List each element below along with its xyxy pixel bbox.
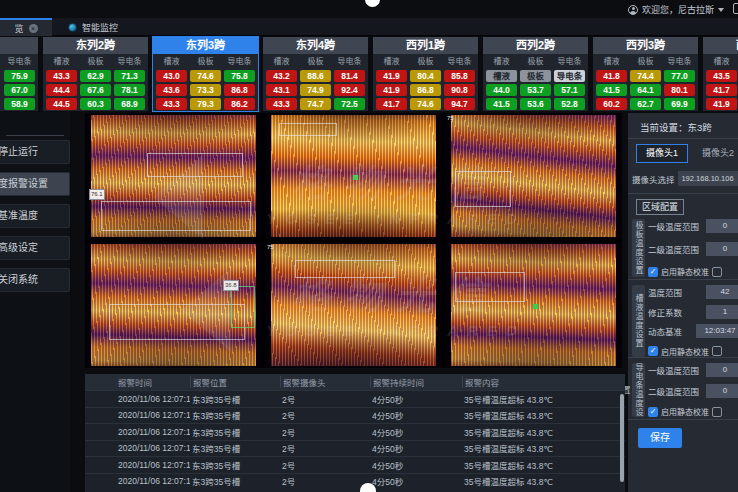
checkbox-checked[interactable]: ✓ (648, 407, 658, 417)
camera-4[interactable]: 36.8 (85, 242, 262, 368)
span-column-2[interactable]: 东列2跨槽液极板导电条43.362.971.344.467.678.144.56… (42, 36, 149, 112)
camera-2[interactable] (265, 113, 442, 239)
setting-input[interactable]: 12:03:47 (696, 324, 738, 338)
camera-6[interactable] (445, 242, 622, 368)
sub-header: 导电条 (334, 55, 365, 68)
span-column-6[interactable]: 西列2跨槽液极板导电条槽液极板导电条44.053.757.141.553.652… (482, 36, 589, 112)
temp-marker-chip: 76.1 (89, 189, 105, 200)
temp-cell: 74.4 (630, 70, 661, 82)
sidebar-item-2[interactable]: 温度报警设置 (0, 172, 70, 196)
temp-cell: 43.5 (706, 70, 737, 82)
span-column-header[interactable]: 东列2跨 (43, 37, 148, 54)
span-column-7[interactable]: 西列3跨槽液极板导电条41.874.477.041.564.180.160.26… (592, 36, 699, 112)
sidebar-item-4[interactable]: 高级设定 (0, 236, 70, 260)
span-column-4[interactable]: 东列4跨槽液极板导电条43.288.681.443.174.992.443.37… (262, 36, 369, 112)
temp-cell: 52.8 (554, 98, 585, 110)
camera-1[interactable]: 76.1 (85, 113, 262, 239)
tab-video-browse[interactable]: 览 × (0, 18, 52, 36)
camera-5[interactable]: 75 (265, 242, 442, 368)
table-row[interactable]: 2020/11/06 12:07:16东3跨35号槽2号4分50秒35号槽温度超… (85, 456, 625, 473)
span-column-8[interactable]: 西列4跨槽液43.541.741.9 (702, 36, 738, 112)
temp-marker-chip: 36.8 (223, 280, 239, 291)
region-config-button[interactable]: 区域配置 (636, 199, 684, 215)
setting-row: 一级温度范围0 (648, 363, 738, 377)
table-cell: 2号 (280, 393, 370, 405)
temp-cell: 41.9 (376, 84, 407, 96)
table-row[interactable]: 2020/11/06 12:07:16东3跨35号槽2号4分50秒35号槽温度超… (85, 407, 625, 424)
setting-input[interactable]: 0 (706, 242, 738, 256)
table-row[interactable]: 2020/11/06 12:07:16东3跨35号槽2号4分50秒35号槽温度超… (85, 390, 625, 407)
setting-input[interactable]: 0 (706, 384, 738, 398)
span-column-header[interactable]: 跨 (0, 37, 38, 54)
checkbox-unchecked[interactable] (712, 407, 722, 417)
column-header: 报警位置 (190, 376, 280, 388)
table-cell: 东3跨35号槽 (190, 475, 280, 487)
left-sidebar: 停止运行温度报警设置基准温度高级设定关闭系统 (0, 112, 70, 492)
sub-header-row: 槽液极板导电条 (266, 55, 365, 68)
sub-header: 导电条 (664, 55, 695, 68)
table-row[interactable]: 2020/11/06 12:07:16东3跨35号槽2号4分50秒35号槽温度超… (85, 473, 625, 490)
group-vertical-label: 极板温度设置 (632, 219, 645, 277)
temp-cell: 67.0 (4, 84, 35, 96)
table-row[interactable]: 2020/11/06 12:07:16东3跨35号槽2号4分50秒35号槽温度超… (85, 423, 625, 440)
table-scrollbar[interactable] (620, 394, 624, 482)
camera-3[interactable]: 75 (445, 113, 622, 239)
temp-cell: 74.6 (190, 70, 221, 82)
close-icon[interactable]: × (29, 24, 38, 33)
checkbox-label: 启用静态校准 (661, 266, 709, 277)
fullscreen-icon[interactable] (733, 3, 738, 14)
corner-temp-label: 75 (267, 244, 274, 250)
checkbox-unchecked[interactable] (712, 267, 722, 277)
span-column-header[interactable]: 西列4跨 (703, 37, 738, 54)
table-cell: 35号槽温度超标 43.8℃ (462, 475, 625, 487)
setting-input[interactable]: 0 (706, 219, 738, 233)
detection-region (109, 304, 245, 340)
temp-cell: 41.7 (706, 84, 737, 96)
setting-input[interactable]: 1 (706, 305, 738, 319)
setting-input[interactable]: 0 (706, 363, 738, 377)
save-button[interactable]: 保存 (638, 428, 682, 448)
current-setting-label: 当前设置：东3跨 (640, 120, 712, 134)
table-cell: 35号槽温度超标 43.8℃ (462, 409, 625, 421)
span-column-header[interactable]: 东列4跨 (263, 37, 368, 54)
temp-cell: 43.3 (46, 70, 77, 82)
span-column-3[interactable]: 东列3跨槽液极板导电条43.074.675.843.673.386.843.37… (152, 36, 259, 112)
tab-smart-monitor[interactable]: 智能监控 (58, 18, 128, 36)
span-column-1[interactable]: 跨导电条75.967.058.9 (0, 36, 39, 112)
checkbox-checked[interactable]: ✓ (648, 267, 658, 277)
camera-select-label: 摄像头选择 (632, 173, 675, 185)
setting-label: 一级温度范围 (648, 220, 699, 232)
divider (628, 279, 738, 280)
value-row: 58.9 (0, 98, 35, 110)
checkbox-checked[interactable]: ✓ (648, 346, 658, 356)
temp-cell: 75.9 (4, 70, 35, 82)
span-column-header[interactable]: 西列3跨 (593, 37, 698, 54)
camera-ip-select[interactable]: 192.168.10.106 (678, 171, 738, 186)
table-cell: 4分50秒 (370, 475, 462, 487)
sidebar-item-5[interactable]: 关闭系统 (0, 268, 70, 292)
sub-header-row: 槽液极板导电条 (46, 55, 145, 68)
setting-input[interactable]: 42 (706, 285, 738, 299)
table-row[interactable]: 2020/11/06 12:07:16东3跨35号槽2号4分50秒35号槽温度超… (85, 440, 625, 457)
temp-cell: 90.8 (444, 84, 475, 96)
value-row: 槽液极板导电条 (486, 70, 585, 82)
camera-tab-2[interactable]: 摄像头2 (696, 144, 738, 163)
value-row: 41.874.477.0 (596, 70, 695, 82)
divider (628, 419, 738, 420)
sidebar-item-1[interactable]: 停止运行 (0, 140, 70, 164)
span-column-5[interactable]: 西列1跨槽液极板导电条41.980.485.841.986.890.841.77… (372, 36, 479, 112)
checkbox-unchecked[interactable] (712, 346, 722, 356)
table-cell: 4分50秒 (370, 409, 462, 421)
user-menu[interactable]: 欢迎您，尼古拉斯 (628, 3, 724, 16)
span-column-header[interactable]: 西列2跨 (483, 37, 588, 54)
span-column-header[interactable]: 东列3跨 (153, 37, 258, 54)
table-cell: 35号槽温度超标 43.8℃ (462, 459, 625, 471)
sidebar-item-3[interactable]: 基准温度 (0, 204, 70, 228)
temp-cell: 43.0 (156, 70, 187, 82)
sub-header-row: 槽液 (706, 55, 738, 68)
camera-tab-1[interactable]: 摄像头1 (636, 144, 688, 163)
value-row: 41.553.652.8 (486, 98, 585, 110)
setting-label: 二级温度范围 (648, 385, 699, 397)
span-column-header[interactable]: 西列1跨 (373, 37, 478, 54)
temp-cell: 62.9 (80, 70, 111, 82)
